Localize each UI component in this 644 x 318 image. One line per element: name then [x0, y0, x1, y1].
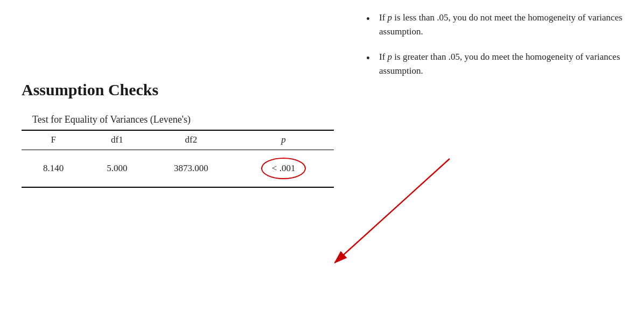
italic-p-1: p	[388, 12, 393, 23]
bullet-text-2: If p is greater than .05, you do meet th…	[379, 50, 622, 79]
left-section: Assumption Checks Test for Equality of V…	[0, 0, 355, 318]
bullet-item-2: • If p is greater than .05, you do meet …	[366, 50, 622, 79]
col-header-p: p	[233, 130, 334, 150]
table-data-row: 8.140 5.000 3873.000 < .001	[22, 150, 334, 188]
cell-df1-value: 5.000	[85, 150, 149, 188]
col-header-f: F	[22, 130, 85, 150]
italic-p-2: p	[388, 52, 393, 62]
table-title: Test for Equality of Variances (Levene's…	[22, 114, 345, 125]
assumption-heading: Assumption Checks	[22, 81, 345, 99]
page-container: Assumption Checks Test for Equality of V…	[0, 0, 644, 318]
cell-df2-value: 3873.000	[149, 150, 233, 188]
col-header-df1: df1	[85, 130, 149, 150]
bullet-dot-2: •	[366, 51, 376, 65]
bullet-item-1: • If p is less than .05, you do not meet…	[366, 11, 622, 39]
col-header-df2: df2	[149, 130, 233, 150]
p-value-circle: < .001	[261, 158, 306, 179]
bullet-text-1: If p is less than .05, you do not meet t…	[379, 11, 622, 39]
right-section: • If p is less than .05, you do not meet…	[355, 0, 644, 318]
table-wrapper: Test for Equality of Variances (Levene's…	[22, 114, 345, 188]
table-header-row: F df1 df2 p	[22, 130, 334, 150]
bullet-list: • If p is less than .05, you do not meet…	[366, 11, 622, 78]
cell-f-value: 8.140	[22, 150, 85, 188]
cell-p-value: < .001	[233, 150, 334, 188]
stats-table: F df1 df2 p 8.140 5.000 3873.000 < .001	[22, 130, 334, 188]
bullet-dot-1: •	[366, 12, 376, 26]
